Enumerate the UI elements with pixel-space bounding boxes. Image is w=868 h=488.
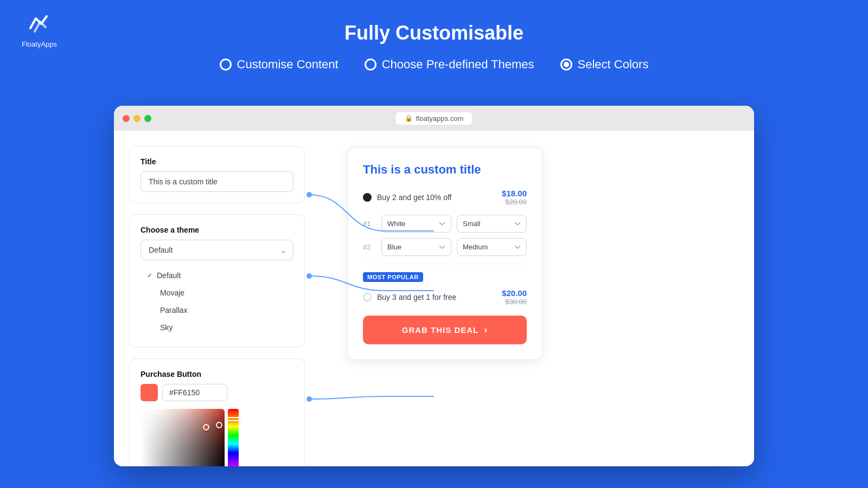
variant-1-size-select[interactable]: Small Medium Large: [457, 215, 527, 233]
theme-select-wrapper: Default Movaje Parallax Sky ⌄: [141, 240, 293, 260]
maximize-dot[interactable]: [144, 115, 151, 122]
theme-dropdown: ✓ Default Movaje Parallax Sky: [141, 267, 293, 336]
theme-option-parallax-label: Parallax: [160, 306, 188, 314]
tab-radio-colors: [560, 59, 572, 70]
offer-1-prices: $18.00 $20.00: [502, 189, 527, 206]
title-input[interactable]: [141, 171, 293, 192]
title-label: Title: [141, 157, 293, 166]
theme-card: Choose a theme Default Movaje Parallax S…: [129, 214, 305, 348]
header: Fully Customisable Customise Content Cho…: [0, 0, 868, 72]
offer-1-row: Buy 2 and get 10% off $18.00 $20.00: [363, 189, 527, 206]
tab-predefined-themes[interactable]: Choose Pre-defined Themes: [365, 57, 534, 72]
offer-2-prices: $20.00 $30.00: [502, 288, 527, 306]
check-icon: ✓: [147, 272, 152, 279]
theme-option-parallax[interactable]: Parallax: [141, 301, 293, 319]
color-picker-card: Purchase Button: [129, 358, 305, 466]
variant-1-row: #1 White Blue Red Small Medium Large: [363, 215, 527, 233]
offer-2-left: Buy 3 and get 1 for free: [363, 293, 456, 301]
picker-handle-1[interactable]: [203, 424, 209, 431]
title-card: Title: [129, 146, 305, 203]
right-panel: This is a custom title Buy 2 and get 10%…: [320, 131, 754, 466]
grab-btn-arrow-icon: ›: [484, 324, 488, 336]
browser-dots: [123, 115, 151, 122]
tab-customise-content[interactable]: Customise Content: [220, 57, 339, 72]
theme-label: Choose a theme: [141, 226, 293, 234]
color-input-row: [141, 384, 293, 401]
preview-divider: [363, 264, 527, 264]
preview-title: This is a custom title: [363, 163, 527, 177]
theme-option-movaje-label: Movaje: [160, 288, 184, 297]
tabs-row: Customise Content Choose Pre-defined The…: [0, 57, 868, 72]
tab-themes-label: Choose Pre-defined Themes: [382, 57, 534, 72]
variant-2-num: #2: [363, 243, 376, 251]
theme-option-default-label: Default: [157, 271, 181, 280]
close-dot[interactable]: [123, 115, 130, 122]
url-text: floatyapps.com: [416, 114, 463, 123]
offer-1-old-price: $20.00: [502, 198, 527, 206]
offer-1-left: Buy 2 and get 10% off: [363, 193, 452, 202]
grab-deal-button[interactable]: GRAB THIS DEAL ›: [363, 316, 527, 344]
offer-2-old-price: $30.00: [502, 298, 527, 306]
variant-1-color-select[interactable]: White Blue Red: [381, 215, 451, 233]
tab-colors-label: Select Colors: [578, 57, 649, 72]
offer-1-text: Buy 2 and get 10% off: [377, 193, 452, 202]
color-picker-gradient[interactable]: [141, 409, 225, 466]
grab-btn-label: GRAB THIS DEAL: [402, 325, 479, 335]
color-swatch: [141, 384, 158, 401]
page-title: Fully Customisable: [0, 22, 868, 44]
color-hex-input[interactable]: [162, 384, 227, 401]
variant-1-num: #1: [363, 220, 376, 228]
tab-customise-label: Customise Content: [237, 57, 339, 72]
minimize-dot[interactable]: [133, 115, 141, 122]
purchase-btn-label: Purchase Button: [141, 370, 293, 378]
brand-name: FloatyApps: [22, 40, 57, 48]
lock-icon: 🔒: [405, 114, 413, 122]
tab-radio-themes: [365, 59, 376, 70]
left-panel: Title Choose a theme Default Movaje Para…: [114, 131, 320, 466]
variant-2-size-select[interactable]: Small Medium Large: [457, 238, 527, 256]
offer-2-price: $20.00: [502, 288, 527, 298]
theme-option-default[interactable]: ✓ Default: [141, 267, 293, 284]
most-popular-badge: MOST POPULAR: [363, 272, 423, 282]
theme-option-sky[interactable]: Sky: [141, 319, 293, 336]
color-picker-wrapper: [141, 409, 293, 466]
variant-2-row: #2 White Blue Red Small Medium Large: [363, 238, 527, 256]
picker-handle-2[interactable]: [216, 422, 222, 428]
brand-logo: [26, 11, 53, 38]
offer-2-radio[interactable]: [363, 293, 372, 301]
offer-1-price: $18.00: [502, 189, 527, 198]
browser-bar: 🔒 floatyapps.com: [114, 106, 754, 131]
browser-content: Title Choose a theme Default Movaje Para…: [114, 131, 754, 466]
hue-strip[interactable]: [228, 409, 239, 466]
offer-1-radio[interactable]: [363, 193, 372, 202]
theme-option-movaje[interactable]: Movaje: [141, 284, 293, 301]
preview-card: This is a custom title Buy 2 and get 10%…: [347, 147, 542, 360]
color-gradient-area[interactable]: [141, 409, 225, 466]
browser-url-bar: 🔒 floatyapps.com: [396, 112, 472, 125]
theme-option-sky-label: Sky: [160, 323, 173, 332]
variant-2-color-select[interactable]: White Blue Red: [381, 238, 451, 256]
offer-2-text: Buy 3 and get 1 for free: [377, 293, 456, 301]
browser-window: 🔒 floatyapps.com Title Choose a theme De…: [114, 106, 754, 466]
offer-2-row: Buy 3 and get 1 for free $20.00 $30.00: [363, 288, 527, 306]
tab-select-colors[interactable]: Select Colors: [560, 57, 649, 72]
tab-radio-customise: [220, 59, 232, 70]
hue-thumb[interactable]: [227, 417, 240, 421]
theme-select[interactable]: Default Movaje Parallax Sky: [141, 240, 293, 260]
